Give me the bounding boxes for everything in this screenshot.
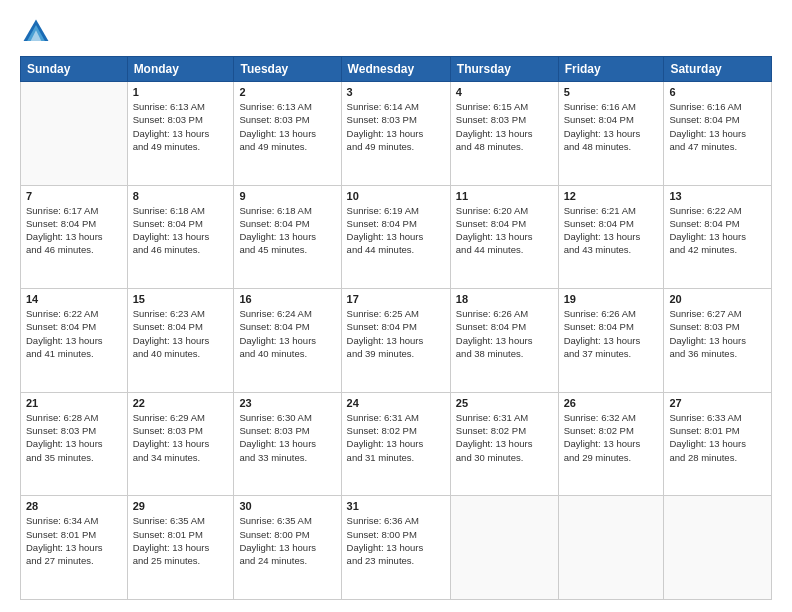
day-number: 26: [564, 397, 659, 409]
logo: [20, 16, 56, 48]
day-number: 23: [239, 397, 335, 409]
day-info: Sunrise: 6:14 AMSunset: 8:03 PMDaylight:…: [347, 100, 445, 153]
calendar-cell: 8Sunrise: 6:18 AMSunset: 8:04 PMDaylight…: [127, 185, 234, 289]
weekday-header: Thursday: [450, 57, 558, 82]
calendar-cell: 17Sunrise: 6:25 AMSunset: 8:04 PMDayligh…: [341, 289, 450, 393]
calendar-week-row: 28Sunrise: 6:34 AMSunset: 8:01 PMDayligh…: [21, 496, 772, 600]
calendar-cell: 10Sunrise: 6:19 AMSunset: 8:04 PMDayligh…: [341, 185, 450, 289]
day-number: 5: [564, 86, 659, 98]
day-info: Sunrise: 6:32 AMSunset: 8:02 PMDaylight:…: [564, 411, 659, 464]
calendar-cell: 29Sunrise: 6:35 AMSunset: 8:01 PMDayligh…: [127, 496, 234, 600]
calendar-cell: 27Sunrise: 6:33 AMSunset: 8:01 PMDayligh…: [664, 392, 772, 496]
day-number: 10: [347, 190, 445, 202]
day-number: 18: [456, 293, 553, 305]
day-info: Sunrise: 6:31 AMSunset: 8:02 PMDaylight:…: [347, 411, 445, 464]
day-number: 16: [239, 293, 335, 305]
day-number: 14: [26, 293, 122, 305]
calendar-cell: 14Sunrise: 6:22 AMSunset: 8:04 PMDayligh…: [21, 289, 128, 393]
day-number: 31: [347, 500, 445, 512]
day-number: 28: [26, 500, 122, 512]
day-number: 15: [133, 293, 229, 305]
calendar-cell: 3Sunrise: 6:14 AMSunset: 8:03 PMDaylight…: [341, 82, 450, 186]
calendar-cell: 16Sunrise: 6:24 AMSunset: 8:04 PMDayligh…: [234, 289, 341, 393]
day-info: Sunrise: 6:30 AMSunset: 8:03 PMDaylight:…: [239, 411, 335, 464]
day-number: 17: [347, 293, 445, 305]
calendar-cell: 4Sunrise: 6:15 AMSunset: 8:03 PMDaylight…: [450, 82, 558, 186]
day-info: Sunrise: 6:16 AMSunset: 8:04 PMDaylight:…: [564, 100, 659, 153]
day-number: 20: [669, 293, 766, 305]
calendar-cell: 12Sunrise: 6:21 AMSunset: 8:04 PMDayligh…: [558, 185, 664, 289]
day-info: Sunrise: 6:34 AMSunset: 8:01 PMDaylight:…: [26, 514, 122, 567]
calendar-cell: 13Sunrise: 6:22 AMSunset: 8:04 PMDayligh…: [664, 185, 772, 289]
calendar-cell: 24Sunrise: 6:31 AMSunset: 8:02 PMDayligh…: [341, 392, 450, 496]
page: SundayMondayTuesdayWednesdayThursdayFrid…: [0, 0, 792, 612]
day-info: Sunrise: 6:36 AMSunset: 8:00 PMDaylight:…: [347, 514, 445, 567]
day-number: 2: [239, 86, 335, 98]
calendar-table: SundayMondayTuesdayWednesdayThursdayFrid…: [20, 56, 772, 600]
day-number: 4: [456, 86, 553, 98]
day-info: Sunrise: 6:18 AMSunset: 8:04 PMDaylight:…: [133, 204, 229, 257]
day-number: 21: [26, 397, 122, 409]
calendar-week-row: 1Sunrise: 6:13 AMSunset: 8:03 PMDaylight…: [21, 82, 772, 186]
day-info: Sunrise: 6:25 AMSunset: 8:04 PMDaylight:…: [347, 307, 445, 360]
day-number: 29: [133, 500, 229, 512]
day-number: 30: [239, 500, 335, 512]
day-info: Sunrise: 6:19 AMSunset: 8:04 PMDaylight:…: [347, 204, 445, 257]
day-number: 22: [133, 397, 229, 409]
weekday-header: Friday: [558, 57, 664, 82]
calendar-cell: 6Sunrise: 6:16 AMSunset: 8:04 PMDaylight…: [664, 82, 772, 186]
calendar-cell: 9Sunrise: 6:18 AMSunset: 8:04 PMDaylight…: [234, 185, 341, 289]
day-number: 13: [669, 190, 766, 202]
day-info: Sunrise: 6:26 AMSunset: 8:04 PMDaylight:…: [564, 307, 659, 360]
day-info: Sunrise: 6:31 AMSunset: 8:02 PMDaylight:…: [456, 411, 553, 464]
day-number: 3: [347, 86, 445, 98]
header: [20, 16, 772, 48]
day-number: 12: [564, 190, 659, 202]
day-info: Sunrise: 6:22 AMSunset: 8:04 PMDaylight:…: [26, 307, 122, 360]
calendar-cell: 30Sunrise: 6:35 AMSunset: 8:00 PMDayligh…: [234, 496, 341, 600]
day-info: Sunrise: 6:13 AMSunset: 8:03 PMDaylight:…: [239, 100, 335, 153]
calendar-cell: 18Sunrise: 6:26 AMSunset: 8:04 PMDayligh…: [450, 289, 558, 393]
day-info: Sunrise: 6:18 AMSunset: 8:04 PMDaylight:…: [239, 204, 335, 257]
day-info: Sunrise: 6:35 AMSunset: 8:01 PMDaylight:…: [133, 514, 229, 567]
calendar-cell: [450, 496, 558, 600]
day-info: Sunrise: 6:16 AMSunset: 8:04 PMDaylight:…: [669, 100, 766, 153]
day-number: 27: [669, 397, 766, 409]
calendar-cell: 11Sunrise: 6:20 AMSunset: 8:04 PMDayligh…: [450, 185, 558, 289]
calendar-cell: [664, 496, 772, 600]
calendar-cell: 15Sunrise: 6:23 AMSunset: 8:04 PMDayligh…: [127, 289, 234, 393]
day-info: Sunrise: 6:29 AMSunset: 8:03 PMDaylight:…: [133, 411, 229, 464]
calendar-cell: 7Sunrise: 6:17 AMSunset: 8:04 PMDaylight…: [21, 185, 128, 289]
day-info: Sunrise: 6:13 AMSunset: 8:03 PMDaylight:…: [133, 100, 229, 153]
day-number: 6: [669, 86, 766, 98]
weekday-header: Wednesday: [341, 57, 450, 82]
day-info: Sunrise: 6:22 AMSunset: 8:04 PMDaylight:…: [669, 204, 766, 257]
calendar-week-row: 21Sunrise: 6:28 AMSunset: 8:03 PMDayligh…: [21, 392, 772, 496]
calendar-week-row: 14Sunrise: 6:22 AMSunset: 8:04 PMDayligh…: [21, 289, 772, 393]
day-info: Sunrise: 6:21 AMSunset: 8:04 PMDaylight:…: [564, 204, 659, 257]
day-info: Sunrise: 6:15 AMSunset: 8:03 PMDaylight:…: [456, 100, 553, 153]
day-info: Sunrise: 6:24 AMSunset: 8:04 PMDaylight:…: [239, 307, 335, 360]
calendar-header-row: SundayMondayTuesdayWednesdayThursdayFrid…: [21, 57, 772, 82]
day-number: 19: [564, 293, 659, 305]
weekday-header: Tuesday: [234, 57, 341, 82]
day-number: 25: [456, 397, 553, 409]
calendar-cell: 31Sunrise: 6:36 AMSunset: 8:00 PMDayligh…: [341, 496, 450, 600]
day-number: 11: [456, 190, 553, 202]
day-number: 24: [347, 397, 445, 409]
day-info: Sunrise: 6:28 AMSunset: 8:03 PMDaylight:…: [26, 411, 122, 464]
calendar-cell: 28Sunrise: 6:34 AMSunset: 8:01 PMDayligh…: [21, 496, 128, 600]
calendar-cell: 26Sunrise: 6:32 AMSunset: 8:02 PMDayligh…: [558, 392, 664, 496]
day-number: 9: [239, 190, 335, 202]
calendar-cell: [558, 496, 664, 600]
calendar-cell: 23Sunrise: 6:30 AMSunset: 8:03 PMDayligh…: [234, 392, 341, 496]
day-info: Sunrise: 6:17 AMSunset: 8:04 PMDaylight:…: [26, 204, 122, 257]
weekday-header: Sunday: [21, 57, 128, 82]
day-number: 8: [133, 190, 229, 202]
logo-icon: [20, 16, 52, 48]
calendar-week-row: 7Sunrise: 6:17 AMSunset: 8:04 PMDaylight…: [21, 185, 772, 289]
calendar-cell: 19Sunrise: 6:26 AMSunset: 8:04 PMDayligh…: [558, 289, 664, 393]
day-number: 1: [133, 86, 229, 98]
calendar-cell: 2Sunrise: 6:13 AMSunset: 8:03 PMDaylight…: [234, 82, 341, 186]
weekday-header: Saturday: [664, 57, 772, 82]
